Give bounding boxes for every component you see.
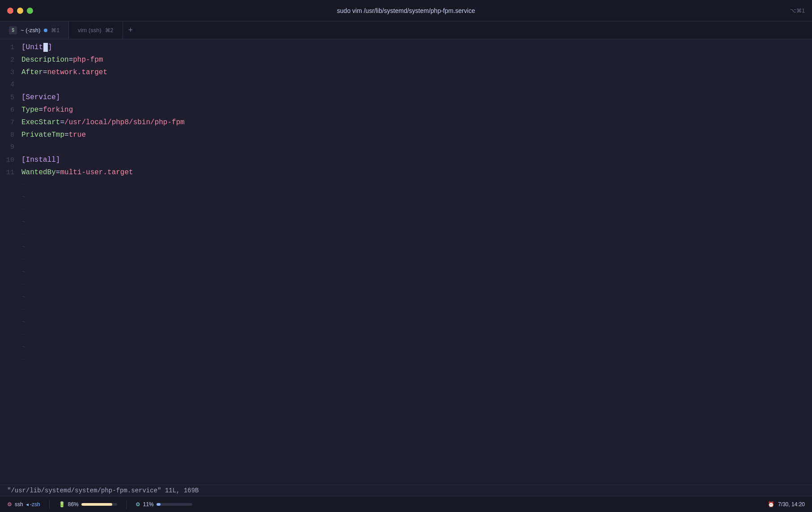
line-number-9: 9 xyxy=(0,141,21,154)
tilde-4: ~ xyxy=(21,216,26,229)
line-number-10: 10 xyxy=(0,154,21,167)
editor: 1 [Unit] 2 Description=php-fpm 3 After=n… xyxy=(0,39,812,485)
main-content: 1 [Unit] 2 Description=php-fpm 3 After=n… xyxy=(0,39,812,512)
line-number-6: 6 xyxy=(0,104,21,117)
vim-size-val: 169B xyxy=(184,487,199,494)
vim-filename: "/usr/lib/systemd/system/php-fpm.service… xyxy=(7,487,161,494)
line-content-11: WantedBy=multi-user.target xyxy=(21,166,133,179)
ssh-label: ssh xyxy=(15,501,23,508)
ssh-icon: ⚙ xyxy=(7,501,12,508)
tilde-5: ~ xyxy=(21,229,26,241)
tab-vim1[interactable]: vim (ssh) ⌘2 xyxy=(69,21,123,39)
tilde-line-12: ~ xyxy=(0,316,812,329)
tilde-7: ~ xyxy=(21,254,26,266)
value-execstart: /usr/local/php8/sbin/php-fpm xyxy=(64,118,185,126)
tilde-line-13: ~ xyxy=(0,329,812,341)
tilde-line-10: ~ xyxy=(0,291,812,304)
bottom-bar: "/usr/lib/systemd/system/php-fpm.service… xyxy=(0,485,812,512)
tilde-line-2: ~ xyxy=(0,191,812,204)
tilde-3: ~ xyxy=(21,204,26,216)
line-content-8: PrivateTmp=true xyxy=(21,129,86,141)
tilde-12: ~ xyxy=(21,316,26,329)
key-wantedby: WantedBy xyxy=(21,168,56,176)
title-bar: sudo vim /usr/lib/systemd/system/php-fpm… xyxy=(0,0,812,21)
traffic-lights xyxy=(7,8,33,14)
value-description: php-fpm xyxy=(73,56,103,64)
section-header-unit: [Unit xyxy=(21,43,43,51)
line-content-10: [Install] xyxy=(21,154,60,166)
equals-3: = xyxy=(43,68,47,76)
tilde-14: ~ xyxy=(21,341,26,354)
ssh-section: ⚙ ssh ◂ -zsh xyxy=(7,501,40,508)
key-after: After xyxy=(21,68,43,76)
clock-icon: ⏰ xyxy=(768,501,774,508)
tilde-10: ~ xyxy=(21,291,26,304)
tab-vim1-shortcut: ⌘2 xyxy=(105,27,114,34)
line-3: 3 After=network.target xyxy=(0,66,812,79)
vim-linecount-val: 11L, xyxy=(165,487,180,494)
cpu-section: ⚙ 11% xyxy=(135,501,192,508)
line-5: 5 [Service] xyxy=(0,91,812,104)
line-7: 7 ExecStart=/usr/local/php8/sbin/php-fpm xyxy=(0,116,812,129)
tilde-line-8: ~ xyxy=(0,266,812,279)
add-tab-button[interactable]: + xyxy=(123,21,139,39)
cpu-icon: ⚙ xyxy=(135,501,140,508)
tilde-1: ~ xyxy=(21,179,26,191)
vim-statusline: "/usr/lib/systemd/system/php-fpm.service… xyxy=(0,485,812,496)
line-content-7: ExecStart=/usr/local/php8/sbin/php-fpm xyxy=(21,116,185,129)
tilde-line-6: ~ xyxy=(0,241,812,254)
tilde-line-4: ~ xyxy=(0,216,812,229)
line-10: 10 [Install] xyxy=(0,154,812,166)
line-4: 4 xyxy=(0,79,812,91)
tilde-line-3: ~ xyxy=(0,204,812,216)
tilde-line-1: ~ xyxy=(0,179,812,191)
clock-time: 7/30, 14:20 xyxy=(778,501,805,508)
tab-dot xyxy=(44,29,47,32)
line-number-4: 4 xyxy=(0,79,21,91)
terminal-icon: $ xyxy=(9,26,17,34)
cpu-bar xyxy=(156,503,161,506)
battery-percent: 86% xyxy=(68,501,79,508)
battery-bar-container xyxy=(81,503,117,506)
line-content-2: Description=php-fpm xyxy=(21,54,103,66)
cpu-bar-container xyxy=(156,503,192,506)
key-execstart: ExecStart xyxy=(21,118,60,126)
tilde-6: ~ xyxy=(21,241,26,254)
minimize-button[interactable] xyxy=(17,8,23,14)
ssh-sublabel: ◂ -zsh xyxy=(26,501,40,508)
line-2: 2 Description=php-fpm xyxy=(0,54,812,66)
tilde-9: ~ xyxy=(21,279,26,291)
section-header-install: [Install] xyxy=(21,156,60,164)
line-11: 11 WantedBy=multi-user.target xyxy=(0,166,812,179)
line-number-2: 2 xyxy=(0,54,21,67)
battery-icon: 🔋 xyxy=(59,501,65,508)
tab-bar: $ ~ (-zsh) ⌘1 vim (ssh) ⌘2 + xyxy=(0,21,812,39)
line-number-5: 5 xyxy=(0,92,21,104)
line-number-11: 11 xyxy=(0,167,21,179)
value-type: forking xyxy=(43,106,73,114)
line-number-1: 1 xyxy=(0,42,21,54)
equals-11: = xyxy=(56,168,60,176)
line-number-7: 7 xyxy=(0,117,21,129)
line-content-6: Type=forking xyxy=(21,104,73,116)
line-number-8: 8 xyxy=(0,129,21,142)
tilde-2: ~ xyxy=(21,191,26,204)
close-button[interactable] xyxy=(7,8,13,14)
line-number-3: 3 xyxy=(0,67,21,79)
key-type: Type xyxy=(21,106,38,114)
tab-terminal1[interactable]: $ ~ (-zsh) ⌘1 xyxy=(0,21,69,39)
maximize-button[interactable] xyxy=(27,8,33,14)
tilde-line-15: ~ xyxy=(0,354,812,366)
line-content-5: [Service] xyxy=(21,91,60,104)
key-description: Description xyxy=(21,56,69,64)
tilde-13: ~ xyxy=(21,329,26,341)
equals-6: = xyxy=(38,106,43,114)
line-content-1: [Unit] xyxy=(21,41,52,54)
key-privatetmp: PrivateTmp xyxy=(21,131,64,139)
value-after: network.target xyxy=(47,68,107,76)
value-wantedby: multi-user.target xyxy=(60,168,133,176)
tilde-11: ~ xyxy=(21,304,26,316)
cpu-percent: 11% xyxy=(143,501,154,508)
tilde-line-14: ~ xyxy=(0,341,812,354)
tilde-line-11: ~ xyxy=(0,304,812,316)
